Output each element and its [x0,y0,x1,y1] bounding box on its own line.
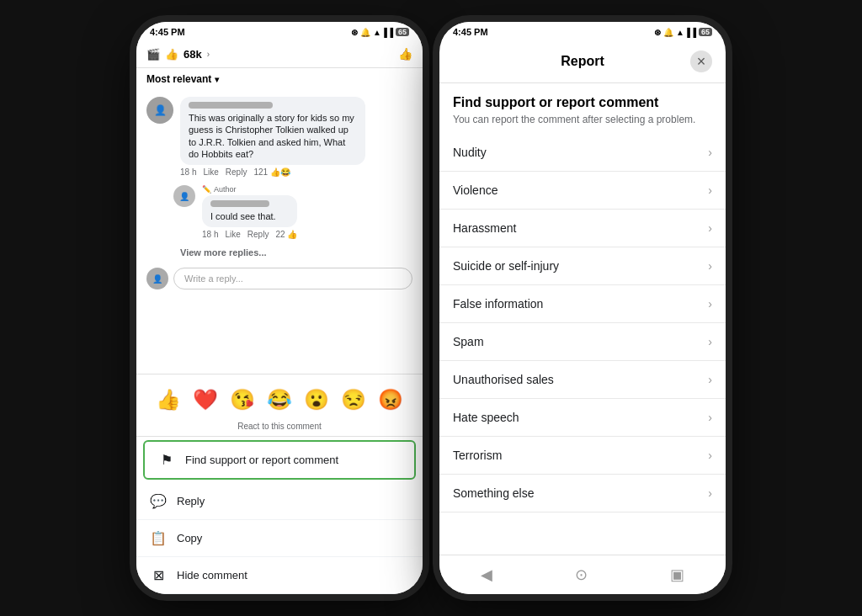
comment-2-content: ✏️ Author I could see that. 18 h Like Re… [202,185,297,239]
reactions-popup: 👍 ❤️ 😘 😂 😮 😒 😡 React to this comment [136,374,423,436]
comment-meta-1: 18 h Like Reply 121 👍😂 [180,167,365,177]
comment-like-2[interactable]: Like [225,230,240,239]
report-option-terrorism[interactable]: Terrorism › [439,437,726,475]
menu-reply-item[interactable]: 💬 Reply [136,483,423,520]
comment-text-2: I could see that. [210,210,289,222]
filter-bar[interactable]: Most relevant ▾ [136,68,423,90]
report-option-nudity[interactable]: Nudity › [439,134,726,172]
context-menu: ⚑ Find support or report comment 💬 Reply… [136,436,423,594]
comments-area: 👤 This was originally a story for kids s… [136,90,423,374]
menu-reply-label: Reply [177,495,205,507]
reaction-like[interactable]: 👍 [152,383,185,417]
comment-bubble-2: I could see that. [202,195,297,227]
report-option-suicide[interactable]: Suicide or self-injury › [439,247,726,285]
phones-container: 4:45 PM ⊛ 🔔 ▲▐▐ 65 🎬 👍 68k › 👍 Most rele… [136,22,726,594]
chevron-right-suicide: › [708,259,712,273]
option-label-spam: Spam [453,335,484,348]
nav-home-icon[interactable]: ⊙ [565,562,598,587]
menu-report-label: Find support or report comment [185,454,338,466]
author-badge: ✏️ Author [202,185,297,194]
left-status-bar: 4:45 PM ⊛ 🔔 ▲▐▐ 65 [136,22,423,40]
reaction-haha[interactable]: 😂 [263,383,296,417]
name-bar-1 [189,102,273,109]
menu-copy-item[interactable]: 📋 Copy [136,520,423,557]
report-title: Report [475,54,690,69]
report-option-unauth-sales[interactable]: Unauthorised sales › [439,361,726,399]
report-description: Find support or report comment You can r… [439,83,726,134]
reply-input[interactable]: Write a reply... [173,268,412,289]
chevron-right-spam: › [708,335,712,348]
reply-input-area: 👤 Write a reply... [146,264,412,293]
comment-reply-2[interactable]: Reply [247,230,269,239]
chevron-right-hate-speech: › [708,411,712,424]
chevron-right-false-info: › [708,297,712,311]
emoji-icon: 🎬 [146,48,160,61]
right-phone: 4:45 PM ⊛ 🔔 ▲▐▐ 65 Report × Find support… [439,22,726,594]
reply-icon: 💬 [150,493,167,509]
nav-back-icon[interactable]: ◀ [471,562,503,587]
comment-1-content: This was originally a story for kids so … [180,97,365,177]
option-label-unauth-sales: Unauthorised sales [453,373,554,386]
comment-bubble-1: This was originally a story for kids so … [180,97,365,165]
report-option-false-info[interactable]: False information › [439,285,726,323]
menu-report-item[interactable]: ⚑ Find support or report comment [143,440,416,480]
avatar-1: 👤 [146,97,173,124]
pencil-icon: ✏️ [202,185,211,194]
right-status-bar: 4:45 PM ⊛ 🔔 ▲▐▐ 65 [439,22,726,40]
view-more-replies[interactable]: View more replies... [180,247,412,258]
left-status-icons: ⊛ 🔔 ▲▐▐ 65 [351,28,409,37]
chevron-right-something-else: › [708,486,712,500]
option-label-terrorism: Terrorism [453,449,502,462]
report-option-hate-speech[interactable]: Hate speech › [439,399,726,437]
comment-time-2: 18 h [202,230,218,239]
report-options-list: Nudity › Violence › Harassment › Suicide… [439,134,726,555]
report-icon: ⚑ [158,452,175,468]
reaction-kiss[interactable]: 😘 [226,383,259,417]
close-button[interactable]: × [690,50,712,72]
likes-count: 68k [184,48,202,61]
report-subtext: You can report the comment after selecti… [453,114,712,125]
option-label-hate-speech: Hate speech [453,411,519,424]
bottom-nav: ◀ ⊙ ▣ [439,555,726,594]
reactions-label: React to this comment [237,422,321,431]
left-phone: 4:45 PM ⊛ 🔔 ▲▐▐ 65 🎬 👍 68k › 👍 Most rele… [136,22,423,594]
header-left: 🎬 👍 68k › [146,48,210,61]
comment-reactions-2: 22 👍 [275,230,297,239]
option-label-false-info: False information [453,297,543,311]
option-label-suicide: Suicide or self-injury [453,259,559,273]
thumbs-up-icon[interactable]: 👍 [398,47,412,61]
comment-text-1: This was originally a story for kids so … [189,112,357,160]
filter-label: Most relevant [146,73,211,85]
comment-item-2: 👤 ✏️ Author I could see that. 18 h Like … [173,185,412,239]
reaction-sad[interactable]: 😒 [337,383,370,417]
header-chevron: › [207,50,210,59]
option-label-something-else: Something else [453,486,535,500]
menu-hide-label: Hide comment [177,569,247,581]
chevron-right-terrorism: › [708,449,712,462]
chevron-right-violence: › [708,183,712,197]
comment-time-1: 18 h [180,167,196,177]
comment-item-1: 👤 This was originally a story for kids s… [146,97,412,177]
option-label-violence: Violence [453,183,498,197]
reactions-row: 👍 ❤️ 😘 😂 😮 😒 😡 [152,383,407,417]
right-time: 4:45 PM [453,27,488,37]
reaction-love[interactable]: ❤️ [189,383,222,417]
report-option-harassment[interactable]: Harassment › [439,210,726,247]
reaction-wow[interactable]: 😮 [300,383,333,417]
filter-arrow: ▾ [215,75,219,84]
report-option-spam[interactable]: Spam › [439,323,726,361]
fb-header: 🎬 👍 68k › 👍 [136,40,423,68]
report-option-something-else[interactable]: Something else › [439,475,726,512]
option-label-harassment: Harassment [453,221,516,235]
chevron-right-nudity: › [708,146,712,159]
menu-hide-item[interactable]: ⊠ Hide comment [136,557,423,594]
name-bar-2 [210,200,269,207]
reaction-angry[interactable]: 😡 [374,383,407,417]
report-heading: Find support or report comment [453,95,712,110]
nav-recent-icon[interactable]: ▣ [660,562,694,587]
comment-like-1[interactable]: Like [203,167,218,177]
comment-reply-1[interactable]: Reply [226,167,247,177]
comment-reactions-1: 121 👍😂 [253,167,290,177]
report-option-violence[interactable]: Violence › [439,172,726,210]
option-label-nudity: Nudity [453,146,487,159]
